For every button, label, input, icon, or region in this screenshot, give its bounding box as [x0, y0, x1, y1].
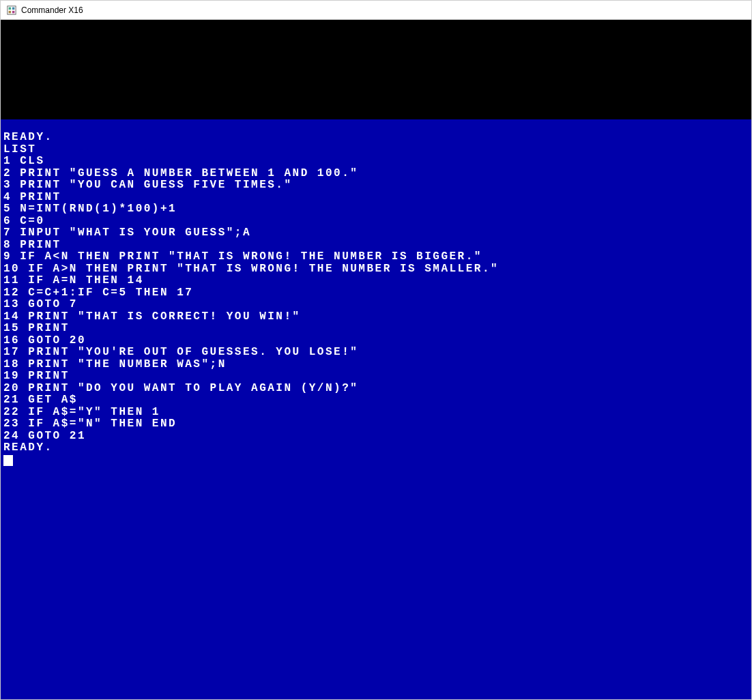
terminal-line: 19 PRINT: [3, 370, 749, 383]
terminal-line: 6 C=0: [3, 216, 749, 228]
terminal-line: 4 PRINT: [3, 192, 749, 204]
titlebar[interactable]: Commander X16: [1, 1, 751, 20]
terminal-line: 9 IF A<N THEN PRINT "THAT IS WRONG! THE …: [3, 251, 749, 263]
terminal-line: 3 PRINT "YOU CAN GUESS FIVE TIMES.": [3, 179, 749, 192]
content-area: READY.LIST1 CLS2 PRINT "GUESS A NUMBER B…: [1, 20, 751, 699]
terminal-line: 17 PRINT "YOU'RE OUT OF GUESSES. YOU LOS…: [3, 347, 749, 359]
terminal-line: 8 PRINT: [3, 239, 749, 252]
terminal-screen[interactable]: READY.LIST1 CLS2 PRINT "GUESS A NUMBER B…: [1, 119, 751, 699]
terminal-line: 24 GOTO 21: [3, 431, 749, 443]
terminal-line: 7 INPUT "WHAT IS YOUR GUESS";A: [3, 227, 749, 239]
app-icon: [6, 5, 17, 16]
terminal-line: 13 GOTO 7: [3, 299, 749, 311]
terminal-line: 14 PRINT "THAT IS CORRECT! YOU WIN!": [3, 311, 749, 323]
svg-rect-3: [9, 10, 12, 13]
terminal-line: 21 GET A$: [3, 394, 749, 407]
terminal-line: 16 GOTO 20: [3, 335, 749, 347]
svg-rect-1: [9, 7, 12, 10]
terminal-line: 1 CLS: [3, 156, 749, 168]
terminal-line: 2 PRINT "GUESS A NUMBER BETWEEN 1 AND 10…: [3, 168, 749, 180]
svg-rect-4: [12, 10, 15, 13]
application-window: Commander X16 READY.LIST1 CLS2 PRINT "GU…: [0, 0, 752, 700]
terminal-line: READY.: [3, 132, 749, 144]
terminal-line: 15 PRINT: [3, 323, 749, 335]
terminal-line: 22 IF A$="Y" THEN 1: [3, 407, 749, 419]
terminal-line: LIST: [3, 144, 749, 156]
terminal-line: 18 PRINT "THE NUMBER WAS";N: [3, 359, 749, 371]
terminal-line: 10 IF A>N THEN PRINT "THAT IS WRONG! THE…: [3, 263, 749, 276]
terminal-line: 23 IF A$="N" THEN END: [3, 418, 749, 431]
top-black-bar: [1, 20, 751, 119]
terminal-line: 20 PRINT "DO YOU WANT TO PLAY AGAIN (Y/N…: [3, 383, 749, 395]
svg-rect-2: [12, 7, 15, 10]
terminal-cursor-line: [3, 454, 749, 467]
terminal-line: 12 C=C+1:IF C=5 THEN 17: [3, 287, 749, 300]
window-title: Commander X16: [21, 5, 83, 15]
terminal-line: READY.: [3, 442, 749, 454]
terminal-line: 11 IF A=N THEN 14: [3, 275, 749, 287]
cursor: [3, 455, 13, 466]
terminal-line: 5 N=INT(RND(1)*100)+1: [3, 203, 749, 216]
